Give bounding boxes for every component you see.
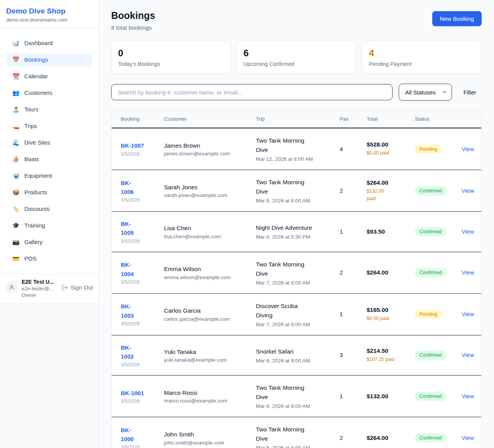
booking-date: 3/5/2026 (121, 280, 159, 285)
sidebar-item-customers[interactable]: 👥 Customers (6, 86, 92, 99)
trip-datetime: Mar 12, 2026 at 8:00 AM (256, 156, 334, 162)
stat-card: 0 Today's Bookings (111, 41, 231, 74)
user-meta: E2E Test U... e2e-tester@... Owner Sign … (22, 279, 93, 298)
status-badge: Pending (415, 145, 442, 154)
stat-label: Upcoming Confirmed (244, 61, 349, 67)
trip-datetime: Mar 6, 2026 at 9:00 AM (256, 358, 334, 364)
booking-date: 3/5/2026 (121, 197, 159, 203)
camera-icon: 📸 (12, 239, 19, 245)
sidebar-item-dive-sites[interactable]: 🌊 Dive Sites (6, 136, 92, 149)
table-header-row: Booking Customer Trip Pax Total Status (112, 110, 481, 128)
credit-card-icon: 💳 (12, 256, 19, 261)
booking-number-link[interactable]: BK- 1002 (121, 343, 134, 361)
trip-datetime: Mar 8, 2026 at 8:00 AM (256, 198, 334, 204)
status-badge: Confirmed (415, 350, 447, 360)
booking-number-link[interactable]: BK- 1005 (121, 219, 134, 237)
sidebar-item-bookings[interactable]: 📅 Bookings (6, 53, 92, 66)
view-link[interactable]: View (462, 228, 474, 235)
tag-icon: 🏷️ (12, 206, 19, 212)
sidebar-item-training[interactable]: 🎓 Training (6, 219, 92, 232)
page-title: Bookings (111, 10, 155, 21)
sidebar-item-boats[interactable]: ⛵ Boats (6, 152, 92, 166)
view-link[interactable]: View (462, 269, 474, 276)
people-icon: 👥 (12, 90, 19, 96)
trip-name: Two Tank Morning Dive (256, 425, 334, 443)
user-box: E2E Test U... e2e-tester@... Owner Sign … (0, 274, 98, 303)
customer-email: marco.rossi@example.com (164, 398, 250, 404)
pax-count: 4 (340, 146, 343, 152)
sidebar-item-label: Dive Sites (24, 139, 51, 146)
trip-name: Discover Scuba Diving (256, 301, 334, 320)
table-row: BK- 1002 3/5/2026 Yuki Tanaka yuki.tanak… (112, 335, 481, 376)
booking-number-link[interactable]: BK- 1000 (121, 426, 134, 444)
new-booking-button[interactable]: New Booking (432, 11, 482, 26)
sidebar-item-label: POS (24, 255, 37, 262)
customer-name: Marco Rossi (164, 389, 250, 397)
view-link[interactable]: View (462, 311, 474, 317)
stat-cards: 0 Today's Bookings 6 Upcoming Confirmed … (111, 41, 482, 74)
customer-name: John Smith (164, 430, 250, 439)
table-row: BK- 1005 3/5/2026 Lisa Chen lisa.chen@ex… (112, 212, 481, 252)
status-select[interactable]: All Statuses (399, 84, 452, 101)
booking-number-link[interactable]: BK- 1004 (121, 260, 134, 278)
sidebar-item-label: Tours (24, 106, 39, 113)
sidebar-item-tours[interactable]: 🏝️ Tours (6, 103, 92, 116)
customer-name: Yuki Tanaka (164, 348, 250, 356)
view-link[interactable]: View (462, 435, 474, 441)
booking-number-link[interactable]: BK-1001 (121, 389, 144, 397)
pax-count: 1 (340, 393, 343, 399)
wave-icon: 🌊 (12, 140, 19, 145)
customer-email: john.smith@example.com (164, 440, 250, 446)
main-content: Bookings 8 total bookings New Booking 0 … (99, 0, 494, 448)
stat-label: Pending Payment (369, 61, 475, 67)
sidebar-item-pos[interactable]: 💳 POS (6, 252, 92, 265)
page-header: Bookings 8 total bookings New Booking (111, 10, 482, 31)
user-role: Owner (22, 292, 54, 298)
customer-email: james.brown@example.com (164, 151, 250, 157)
sidebar-item-trips[interactable]: 🚤 Trips (6, 119, 92, 133)
pax-count: 2 (340, 269, 343, 276)
pax-count: 2 (340, 187, 343, 194)
total-amount: $165.00 (367, 307, 409, 313)
sidebar-item-calendar[interactable]: 📆 Calendar (6, 69, 92, 83)
user-email: e2e-tester@... (22, 286, 54, 291)
sidebar-item-products[interactable]: 📦 Products (6, 185, 92, 199)
table-row: BK-1007 3/5/2026 James Brown james.brown… (112, 128, 481, 170)
log-out-icon (62, 285, 68, 291)
table-row: BK- 1004 3/5/2026 Emma Wilson emma.wilso… (112, 252, 481, 293)
paid-amount: $107.25 paid (367, 356, 409, 363)
view-link[interactable]: View (462, 187, 474, 194)
booking-number-link[interactable]: BK-1007 (121, 141, 144, 150)
sidebar-item-dashboard[interactable]: 📊 Dashboard (6, 36, 92, 50)
booking-date: 3/5/2026 (121, 152, 159, 157)
sidebar-item-label: Equipment (24, 172, 52, 179)
sidebar-item-label: Bookings (24, 56, 48, 63)
sidebar-item-label: Trips (24, 123, 37, 129)
sign-out-button[interactable]: Sign Out (62, 284, 93, 291)
booking-date: 3/5/2026 (121, 239, 159, 244)
total-amount: $93.50 (367, 228, 409, 235)
tear-off-calendar-icon: 📆 (12, 73, 19, 79)
sidebar-item-discounts[interactable]: 🏷️ Discounts (6, 202, 92, 216)
customer-name: Lisa Chen (164, 224, 250, 232)
trip-name: Two Tank Morning Dive (256, 260, 334, 278)
booking-date: 3/5/2026 (121, 321, 159, 327)
filter-button[interactable]: Filter (458, 86, 482, 99)
view-link[interactable]: View (462, 352, 474, 358)
trip-name: Night Dive Adventure (256, 223, 334, 232)
trip-name: Snorkel Safari (256, 347, 334, 356)
col-header-total: Total (367, 110, 415, 128)
sidebar-item-label: Discounts (24, 205, 50, 212)
search-input[interactable] (111, 84, 392, 100)
view-link[interactable]: View (462, 393, 474, 399)
pax-count: 2 (340, 435, 343, 441)
booking-number-link[interactable]: BK- 1003 (121, 302, 134, 320)
customer-email: sarah.jones@example.com (164, 192, 250, 198)
pax-count: 1 (340, 228, 343, 235)
sidebar-item-gallery[interactable]: 📸 Gallery (6, 235, 92, 249)
view-link[interactable]: View (462, 146, 474, 152)
status-badge: Confirmed (415, 268, 447, 277)
booking-number-link[interactable]: BK- 1006 (121, 179, 134, 197)
booking-date: 3/5/2026 (121, 445, 159, 448)
sidebar-item-equipment[interactable]: 🤿 Equipment (6, 169, 92, 182)
